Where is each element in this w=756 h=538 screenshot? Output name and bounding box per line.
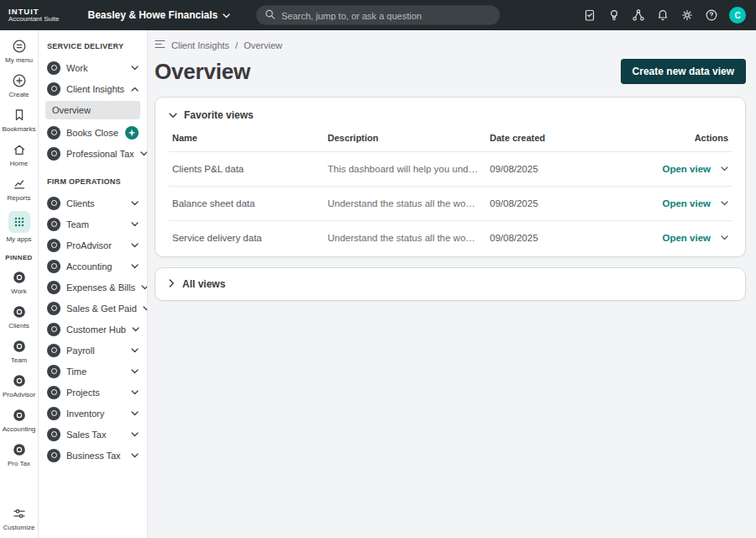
view-name: Balance sheet data (172, 198, 328, 208)
breadcrumb-parent[interactable]: Client Insights (171, 40, 229, 50)
rail-pinned-item[interactable]: ProAdvisor (3, 373, 36, 398)
sidebar-item-client-insights[interactable]: Client Insights (45, 78, 140, 99)
professional-tax-app-icon (47, 147, 60, 161)
row-chevron-down-icon[interactable] (721, 235, 728, 240)
view-description: This dashboard will help you underst... (328, 164, 490, 174)
rail-pinned-item[interactable]: Accounting (3, 408, 36, 433)
global-search[interactable] (256, 6, 500, 25)
company-switcher[interactable]: Beasley & Howe Financials (87, 9, 230, 21)
sidebar-item-label: Professional Tax (66, 149, 134, 159)
open-view-link[interactable]: Open view (662, 198, 711, 208)
rail-item-my-menu[interactable]: My menu (0, 39, 38, 64)
sidebar-item[interactable]: Time (45, 361, 140, 382)
create-new-data-view-button[interactable]: Create new data view (621, 59, 746, 84)
row-actions: Open view (648, 198, 728, 208)
sidebar-item[interactable]: Sales Tax (45, 424, 140, 445)
tasks-icon[interactable] (583, 8, 596, 22)
rail-item-reports[interactable]: Reports (0, 177, 38, 202)
chevron-down-icon (131, 390, 139, 395)
app-icon (47, 239, 60, 252)
sidebar-item-books-close[interactable]: Books Close (45, 122, 140, 143)
app-circle-icon (12, 270, 27, 285)
bookmark-icon (12, 108, 27, 123)
sidebar-item[interactable]: Projects (45, 382, 140, 403)
row-chevron-down-icon[interactable] (721, 201, 728, 206)
icon-rail: My menu Create Bookmarks Home Reports My… (0, 30, 39, 538)
books-close-sparkle-badge-icon (125, 126, 139, 140)
sidebar-item[interactable]: Inventory (45, 403, 140, 424)
sidebar-item[interactable]: ProAdvisor (45, 235, 140, 256)
rail-item-home[interactable]: Home (0, 142, 38, 167)
rail-item-my-apps[interactable]: My apps (0, 211, 38, 243)
rail-pinned-item[interactable]: Team (3, 339, 36, 364)
user-avatar[interactable]: C (729, 7, 746, 24)
column-header-name: Name (172, 133, 328, 143)
rail-label: Accounting (3, 425, 36, 433)
view-name: Clients P&L data (172, 164, 328, 174)
panel-toggle-icon[interactable] (155, 40, 165, 50)
rail-label: Pro Tax (8, 460, 30, 467)
sidebar-item-overview-selected[interactable]: Overview (45, 101, 140, 119)
my-menu-icon (12, 39, 27, 54)
help-icon[interactable] (705, 8, 718, 22)
sidebar-item-label: Customer Hub (66, 324, 126, 335)
breadcrumb: Client Insights / Overview (155, 40, 746, 50)
chevron-down-icon (131, 411, 139, 416)
notifications-bell-icon[interactable] (656, 8, 669, 22)
sidebar-item[interactable]: Business Tax (45, 445, 140, 466)
sidebar: SERVICE DELIVERY Work Client Insights Ov… (39, 30, 148, 538)
sidebar-item-professional-tax[interactable]: Professional Tax (45, 143, 140, 164)
rail-label: Reports (7, 194, 30, 202)
org-chart-icon[interactable] (632, 8, 645, 22)
sidebar-item[interactable]: Expenses & Bills (45, 277, 140, 298)
company-name: Beasley & Howe Financials (87, 9, 218, 21)
sidebar-item[interactable]: Customer Hub (45, 319, 140, 340)
rail-pinned-item[interactable]: Work (3, 270, 36, 295)
chevron-down-icon (131, 453, 139, 458)
sidebar-item[interactable]: Accounting (45, 256, 140, 277)
app-icon (47, 281, 60, 294)
work-app-icon (47, 61, 60, 75)
sidebar-item[interactable]: Clients (45, 193, 140, 214)
rail-item-customize[interactable]: Customize (0, 506, 38, 531)
sidebar-item-label: Business Tax (66, 451, 121, 461)
sidebar-item-work[interactable]: Work (45, 57, 140, 78)
search-input[interactable] (281, 10, 491, 20)
favorite-views-header[interactable]: Favorite views (169, 109, 732, 121)
rail-pinned-item[interactable]: Pro Tax (3, 442, 36, 467)
open-view-link[interactable]: Open view (662, 233, 711, 243)
open-view-link[interactable]: Open view (662, 164, 711, 174)
rail-item-bookmarks[interactable]: Bookmarks (0, 108, 38, 133)
topbar-actions: C (583, 7, 746, 24)
chevron-down-icon (131, 432, 139, 437)
rail-label: My apps (6, 235, 31, 243)
sidebar-item[interactable]: Team (45, 214, 140, 235)
sidebar-item-label: Overview (52, 105, 91, 115)
row-actions: Open view (648, 164, 728, 174)
section-title-service-delivery: SERVICE DELIVERY (47, 42, 139, 50)
rail-item-create[interactable]: Create (0, 73, 38, 98)
sliders-icon (12, 506, 27, 521)
sidebar-item-label: Clients (66, 198, 95, 208)
lightbulb-icon[interactable] (607, 8, 621, 22)
rail-label: Clients (8, 322, 29, 330)
chevron-down-icon (223, 9, 230, 21)
chevron-down-icon (131, 264, 139, 269)
app-icon (47, 365, 60, 378)
search-icon (265, 8, 276, 23)
chevron-right-icon (169, 278, 175, 290)
row-chevron-down-icon[interactable] (721, 166, 728, 171)
rail-pinned-item[interactable]: Clients (3, 304, 36, 330)
column-header-actions: Actions (648, 133, 728, 143)
sidebar-item-label: Accounting (66, 261, 112, 272)
sidebar-item-label: Sales & Get Paid (66, 303, 137, 314)
app-icon (47, 323, 60, 336)
settings-gear-icon[interactable] (680, 8, 694, 22)
app-icon (47, 428, 60, 441)
sidebar-item[interactable]: Sales & Get Paid (45, 298, 140, 319)
app-circle-icon (12, 408, 27, 423)
all-views-card[interactable]: All views (155, 267, 746, 301)
app-circle-icon (12, 373, 27, 388)
table-header-row: Name Description Date created Actions (169, 124, 732, 151)
sidebar-item[interactable]: Payroll (45, 340, 140, 361)
